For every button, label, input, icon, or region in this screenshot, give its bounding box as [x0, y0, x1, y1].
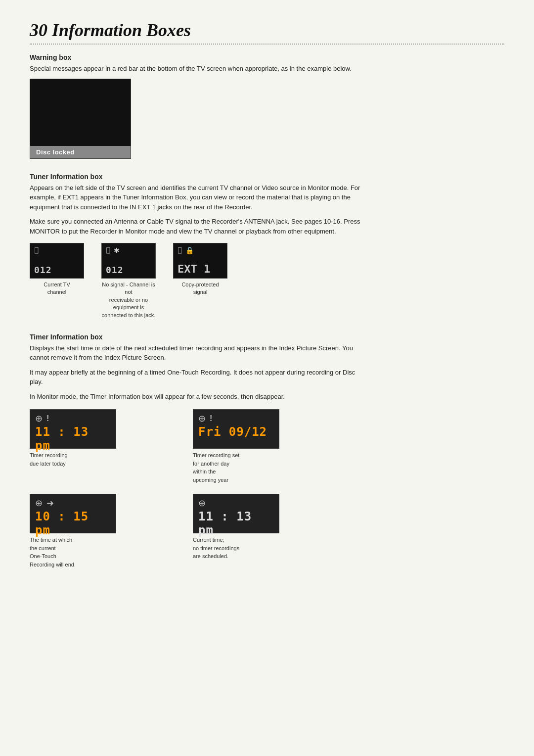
- page-title: 30 Information Boxes: [30, 20, 504, 41]
- timer-time-4: 11 : 13 pm: [198, 510, 274, 537]
- timer-caption-2: Timer recording setfor another daywithin…: [193, 451, 239, 484]
- tuner-box-2: ⌷ ✱ 012 No signal - Channel is notreceiv…: [99, 243, 158, 319]
- tuner-top-3: ⌷ 🔒: [178, 246, 223, 254]
- warning-box-description: Special messages appear in a red bar at …: [30, 64, 366, 74]
- warning-box-image: Disc locked: [30, 79, 131, 159]
- tuner-top-2: ⌷ ✱: [106, 246, 151, 254]
- timer-caption-3: The time at whichthe currentOne-TouchRec…: [30, 536, 76, 568]
- timer-clock-icon-3: ⊕: [35, 498, 43, 509]
- timer-exclaim-1: !: [46, 414, 49, 423]
- tuner-box-3: ⌷ 🔒 EXT 1 Copy-protectedsignal: [173, 243, 227, 296]
- antenna-icon-2: ⌷: [106, 246, 111, 254]
- timer-top-row-3: ⊕ ➜: [35, 498, 111, 509]
- tuner-box-description2: Make sure you connected an Antenna or Ca…: [30, 217, 366, 236]
- timer-box-description3: In Monitor mode, the Timer Information b…: [30, 392, 366, 402]
- antenna-icon-3: ⌷: [178, 246, 182, 254]
- tuner-box-section: Tuner Information box Appears on the lef…: [30, 173, 504, 319]
- timer-screen-4: ⊕ 11 : 13 pm: [193, 494, 279, 533]
- tuner-channel-1: 012: [34, 265, 80, 275]
- lock-icon: 🔒: [185, 246, 194, 254]
- timer-box-2: ⊕ ! Fri 09/12 Timer recording setfor ano…: [193, 409, 326, 484]
- timer-screen-2: ⊕ ! Fri 09/12: [193, 409, 279, 449]
- timer-clock-icon-2: ⊕: [198, 413, 206, 424]
- warning-bar: Disc locked: [30, 146, 131, 158]
- timer-arrow-icon-3: ➜: [46, 498, 54, 509]
- timer-box-1: ⊕ ! 11 : 13 pm Timer recordingdue later …: [30, 409, 163, 484]
- timer-clock-icon-4: ⊕: [198, 498, 206, 509]
- timer-box-description2: It may appear briefly at the beginning o…: [30, 368, 366, 387]
- timer-top-row-1: ⊕ !: [35, 413, 111, 424]
- warning-box-section: Warning box Special messages appear in a…: [30, 53, 504, 159]
- timer-box-description1: Displays the start time or date of the n…: [30, 343, 366, 363]
- tuner-boxes-row: ⌷ 012 Current TVchannel ⌷ ✱ 012 No signa…: [30, 243, 504, 319]
- tuner-box-description1: Appears on the left side of the TV scree…: [30, 183, 366, 212]
- tuner-channel-2: 012: [106, 265, 151, 275]
- timer-clock-icon-1: ⊕: [35, 413, 43, 424]
- tuner-top-1: ⌷: [34, 246, 80, 254]
- tuner-screen-2: ⌷ ✱ 012: [101, 243, 156, 279]
- timer-screen-1: ⊕ ! 11 : 13 pm: [30, 409, 116, 449]
- tuner-channel-3: EXT 1: [178, 263, 223, 275]
- timer-time-1: 11 : 13 pm: [35, 425, 111, 453]
- timer-box-section: Timer Information box Displays the start…: [30, 333, 504, 569]
- section-rule: [30, 44, 504, 45]
- timer-screen-3: ⊕ ➜ 10 : 15 pm: [30, 494, 116, 533]
- timer-box-4: ⊕ 11 : 13 pm Current time;no timer recor…: [193, 494, 326, 568]
- antenna-icon-1: ⌷: [34, 246, 39, 254]
- tuner-box-1: ⌷ 012 Current TVchannel: [30, 243, 84, 296]
- timer-top-row-2: ⊕ !: [198, 413, 274, 424]
- tuner-caption-2: No signal - Channel is notreceivable or …: [99, 281, 158, 319]
- timer-caption-1: Timer recordingdue later today: [30, 451, 68, 468]
- timer-boxes-grid: ⊕ ! 11 : 13 pm Timer recordingdue later …: [30, 409, 326, 568]
- timer-time-2: Fri 09/12: [198, 425, 274, 439]
- timer-box-heading: Timer Information box: [30, 333, 504, 341]
- tuner-screen-1: ⌷ 012: [30, 243, 84, 279]
- tuner-caption-1: Current TVchannel: [44, 281, 70, 296]
- tuner-caption-3: Copy-protectedsignal: [181, 281, 219, 296]
- timer-caption-4: Current time;no timer recordingsare sche…: [193, 536, 239, 561]
- warning-box-heading: Warning box: [30, 53, 504, 61]
- asterisk-icon: ✱: [114, 246, 120, 254]
- timer-exclaim-2: !: [210, 414, 212, 423]
- timer-box-3: ⊕ ➜ 10 : 15 pm The time at whichthe curr…: [30, 494, 163, 568]
- tuner-screen-3: ⌷ 🔒 EXT 1: [173, 243, 227, 279]
- timer-time-3: 10 : 15 pm: [35, 510, 111, 537]
- timer-top-row-4: ⊕: [198, 498, 274, 509]
- tuner-box-heading: Tuner Information box: [30, 173, 504, 181]
